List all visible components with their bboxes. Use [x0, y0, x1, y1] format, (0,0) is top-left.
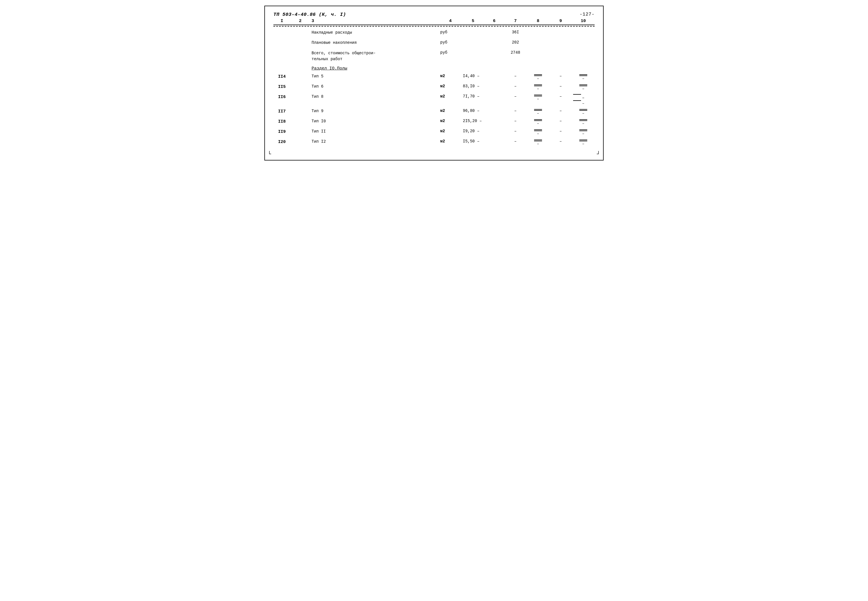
cell-r4-id: II7	[274, 108, 290, 114]
cell-r4-6	[484, 108, 504, 109]
cell-r6-4: м2	[439, 128, 462, 134]
table-row: I20 Тип I2 м2 I5,50 – – – –	[274, 139, 594, 147]
page-number: -127-	[580, 12, 594, 17]
cell-r3-id: II6	[274, 93, 290, 100]
cell-r4-10: –	[572, 108, 594, 116]
eq-sign	[573, 84, 593, 86]
cell-r6-5: I9,20 –	[462, 128, 484, 134]
sub-dash-10: –	[573, 76, 593, 81]
cell-2-9	[549, 40, 572, 41]
dashed-divider-1	[274, 26, 594, 27]
cell-r5-6	[484, 118, 504, 119]
cell-r2-2	[290, 83, 310, 84]
cell-r2-id: II5	[274, 83, 290, 90]
cell-r2-8: –	[527, 83, 549, 92]
cell-r1-3: Тип 5	[310, 73, 439, 80]
cell-2-5	[462, 40, 484, 41]
cell-r5-4: м2	[439, 118, 462, 124]
cell-r6-8: –	[527, 128, 549, 136]
eq-sign	[528, 119, 548, 121]
cell-3-10	[572, 50, 594, 51]
header-row: ТП 503-4-40.86 (К, ч. I) -127-	[274, 12, 594, 17]
cell-r1-10: –	[572, 73, 594, 81]
col-header-5: 5	[462, 19, 484, 23]
sub-dash-8: –	[528, 87, 548, 91]
cell-3-6	[484, 50, 504, 51]
cell-1-5	[462, 29, 484, 31]
cell-r5-10: –	[572, 118, 594, 126]
eq-line-top	[534, 109, 542, 110]
cell-3-9	[549, 50, 572, 51]
cell-r5-5: 2I5,20 –	[462, 118, 484, 124]
section-spacer-1	[274, 66, 290, 71]
cell-r6-3: Тип II	[310, 128, 439, 135]
cell-r3-2	[290, 93, 310, 95]
eq-line-bottom	[534, 131, 542, 131]
section-spacer-2	[290, 66, 310, 71]
sub-dash-8: –	[528, 132, 548, 136]
cell-r2-7: –	[504, 83, 527, 89]
cell-r4-3: Тип 9	[310, 108, 439, 115]
cell-1-9	[549, 29, 572, 31]
cell-r7-10: –	[572, 139, 594, 146]
eq-line-top	[579, 109, 587, 110]
sub-dash-10: –	[573, 111, 593, 116]
cell-r1-5: I4,40 –	[462, 73, 484, 79]
eq-sign	[573, 109, 593, 111]
sub-dash-8: –	[528, 122, 548, 126]
sub-dash-10: –	[573, 87, 593, 91]
eq-line-bottom	[534, 141, 542, 141]
table-body: Накладные расходы руб 36I Плановые накоп…	[274, 29, 594, 147]
cell-r7-4: м2	[439, 139, 462, 144]
cell-2-10	[572, 40, 594, 41]
eq-line-top	[579, 74, 587, 75]
cell-r5-8: –	[527, 118, 549, 126]
corner-bottom-left: └	[268, 151, 271, 157]
col-header-2: 2	[290, 19, 310, 23]
eq-line-top	[579, 84, 587, 85]
cell-r6-6	[484, 128, 504, 130]
corner-bottom-right: ┘	[597, 151, 600, 157]
table-row: Плановые накопления руб 202	[274, 40, 594, 48]
cell-2-6	[484, 40, 504, 41]
cell-2-1	[274, 40, 290, 41]
eq-line-bottom	[579, 75, 587, 76]
cell-r5-9: –	[549, 118, 572, 124]
table-row: Накладные расходы руб 36I	[274, 29, 594, 38]
cell-r3-10: – –	[572, 93, 594, 106]
table-row: II8 Тип I0 м2 2I5,20 – – – –	[274, 118, 594, 127]
eq-sign	[528, 74, 548, 76]
cell-r1-id: II4	[274, 73, 290, 80]
cell-r6-9: –	[549, 128, 572, 134]
section-title: Раздел IO.Полы	[310, 66, 439, 71]
eq-sign	[573, 119, 593, 121]
eq-line-bottom	[579, 141, 587, 141]
cell-3-7: 2748	[504, 50, 527, 55]
cell-1-2	[290, 29, 310, 31]
eq-sign	[528, 140, 548, 141]
eq-sign	[528, 95, 548, 96]
sub-dash-10: –	[573, 101, 593, 106]
cell-3-5	[462, 50, 484, 51]
eq-line-bottom	[534, 85, 542, 86]
table-row: Всего, стоимость общестрои-тельных работ…	[274, 50, 594, 64]
table-row: II4 Тип 5 м2 I4,40 – – – –	[274, 73, 594, 82]
cell-2-7: 202	[504, 40, 527, 45]
sub-dash-8: –	[528, 76, 548, 81]
cell-r3-7: –	[504, 93, 527, 99]
eq-line-bottom	[579, 121, 587, 121]
cell-r7-7: –	[504, 139, 527, 144]
col-header-8: 8	[527, 19, 549, 23]
eq-line-bottom	[534, 96, 542, 96]
cell-r2-10: –	[572, 83, 594, 92]
col-header-10: 10	[572, 19, 594, 23]
cell-r7-id: I20	[274, 139, 290, 145]
eq-line	[573, 100, 581, 101]
sub-dash-10: –	[573, 132, 593, 136]
cell-r7-8: –	[527, 139, 549, 146]
cell-3-8	[527, 50, 549, 51]
eq-line-top	[534, 74, 542, 75]
eq-line-top	[579, 140, 587, 140]
cell-r7-5: I5,50 –	[462, 139, 484, 144]
cell-1-10	[572, 29, 594, 31]
